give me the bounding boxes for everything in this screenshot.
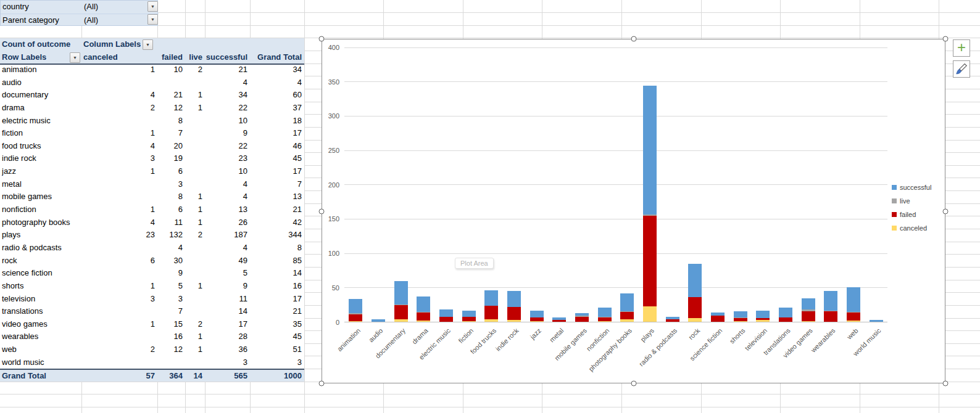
bar-segment-live[interactable] <box>349 313 362 314</box>
bar-segment-canceled[interactable] <box>394 319 408 322</box>
value-cell[interactable]: 2 <box>185 63 205 76</box>
row-label[interactable]: world music <box>2 356 80 369</box>
value-cell[interactable]: 34 <box>205 89 250 102</box>
value-cell[interactable]: 60 <box>250 89 304 102</box>
row-label[interactable]: jazz <box>2 165 80 178</box>
value-cell[interactable]: 22 <box>205 102 250 115</box>
resize-handle[interactable] <box>319 36 325 42</box>
value-cell[interactable]: 21 <box>205 63 250 76</box>
value-cell[interactable]: 1 <box>81 203 157 216</box>
resize-handle[interactable] <box>943 36 949 42</box>
row-label[interactable]: documentary <box>2 89 80 102</box>
value-cell[interactable]: 34 <box>250 63 304 76</box>
value-cell[interactable]: 4 <box>81 140 157 153</box>
value-cell[interactable]: 21 <box>157 89 185 102</box>
bar-segment-failed[interactable] <box>711 316 725 322</box>
bar-segment-successful[interactable] <box>802 298 815 310</box>
value-cell[interactable]: 132 <box>157 229 185 242</box>
bar-segment-successful[interactable] <box>598 308 612 316</box>
bar-segment-successful[interactable] <box>372 319 385 322</box>
value-cell[interactable]: 30 <box>157 255 185 268</box>
row-label[interactable]: wearables <box>2 330 80 343</box>
value-cell[interactable]: 9 <box>157 267 185 280</box>
bar-segment-failed[interactable] <box>643 216 657 306</box>
row-labels-dropdown[interactable]: ▼ <box>70 52 80 63</box>
value-cell[interactable]: 19 <box>157 152 185 165</box>
value-cell[interactable]: 6 <box>157 165 185 178</box>
value-cell[interactable]: 9 <box>205 280 250 293</box>
bar-segment-canceled[interactable] <box>530 321 544 322</box>
value-cell[interactable]: 1 <box>185 89 205 102</box>
row-label[interactable]: electric music <box>2 115 80 128</box>
value-cell[interactable]: 13 <box>250 190 304 203</box>
bar-segment-failed[interactable] <box>666 319 679 322</box>
table-row[interactable]: wearables1612845 <box>0 330 304 343</box>
value-cell[interactable]: 4 <box>157 242 185 255</box>
value-cell[interactable]: 4 <box>205 178 250 191</box>
bar-segment-live[interactable] <box>643 215 657 216</box>
value-cell[interactable]: 13 <box>205 203 250 216</box>
table-row[interactable]: science fiction9514 <box>0 267 304 280</box>
table-row[interactable]: world music33 <box>0 356 304 369</box>
column-labels-cell[interactable]: Column Labels <box>83 38 141 51</box>
row-label[interactable]: plays <box>2 229 80 242</box>
value-cell[interactable]: 2 <box>185 229 205 242</box>
bar-segment-canceled[interactable] <box>349 321 362 322</box>
bar-segment-failed[interactable] <box>417 313 430 321</box>
column-header-canceled[interactable]: canceled <box>83 51 157 64</box>
bar-segment-successful[interactable] <box>507 291 521 307</box>
row-label[interactable]: fiction <box>2 127 80 140</box>
value-cell[interactable]: 18 <box>250 115 304 128</box>
value-cell[interactable]: 22 <box>205 140 250 153</box>
bar-segment-failed[interactable] <box>462 317 476 322</box>
value-cell[interactable]: 11 <box>157 216 185 229</box>
bar-segment-successful[interactable] <box>711 313 725 316</box>
value-cell[interactable]: 21 <box>250 203 304 216</box>
bar-segment-failed[interactable] <box>507 307 521 320</box>
bar-segment-canceled[interactable] <box>688 318 702 322</box>
value-cell[interactable]: 1 <box>185 203 205 216</box>
value-cell[interactable]: 1 <box>81 280 157 293</box>
row-label[interactable]: drama <box>2 102 80 115</box>
bar-segment-live[interactable] <box>394 305 408 305</box>
row-label[interactable]: translations <box>2 305 80 318</box>
value-cell[interactable]: 4 <box>81 216 157 229</box>
value-cell[interactable]: 2 <box>185 318 205 331</box>
value-cell[interactable]: 8 <box>250 242 304 255</box>
value-cell[interactable]: 6 <box>157 203 185 216</box>
value-cell[interactable]: 1 <box>185 190 205 203</box>
value-cell[interactable]: 51 <box>250 343 304 356</box>
value-cell[interactable]: 4 <box>205 242 250 255</box>
row-label[interactable]: photography books <box>2 216 80 229</box>
bar-segment-successful[interactable] <box>349 299 362 313</box>
value-cell[interactable]: 1 <box>185 330 205 343</box>
row-label[interactable]: animation <box>2 63 80 76</box>
grand-total-row[interactable]: Grand Total 57364145651000 <box>0 369 304 382</box>
bar-segment-failed[interactable] <box>824 311 837 322</box>
bar-segment-successful[interactable] <box>779 308 792 317</box>
value-cell[interactable]: 3 <box>157 293 185 306</box>
resize-handle[interactable] <box>319 208 325 214</box>
value-cell[interactable]: 4 <box>81 89 157 102</box>
value-cell[interactable]: 23 <box>81 229 157 242</box>
value-cell[interactable]: 42 <box>250 216 304 229</box>
bar-segment-successful[interactable] <box>462 311 476 317</box>
bar-segment-failed[interactable] <box>756 318 770 320</box>
value-cell[interactable]: 5 <box>205 267 250 280</box>
row-label[interactable]: rock <box>2 255 80 268</box>
bar-segment-canceled[interactable] <box>484 319 498 322</box>
bar-segment-successful[interactable] <box>620 293 634 311</box>
value-cell[interactable]: 10 <box>205 165 250 178</box>
column-header-live[interactable]: live <box>185 51 205 64</box>
legend-item-live[interactable]: live <box>892 197 910 205</box>
value-cell[interactable]: 1 <box>81 63 157 76</box>
column-header-successful[interactable]: successful <box>205 51 250 64</box>
value-cell[interactable]: 17 <box>250 127 304 140</box>
value-cell[interactable]: 10 <box>205 115 250 128</box>
legend-item-canceled[interactable]: canceled <box>892 224 927 232</box>
table-row[interactable]: electric music81018 <box>0 115 304 128</box>
value-cell[interactable]: 16 <box>250 280 304 293</box>
value-cell[interactable]: 35 <box>250 318 304 331</box>
bar-segment-canceled[interactable] <box>620 319 634 322</box>
table-row[interactable]: photography books41112642 <box>0 216 304 229</box>
